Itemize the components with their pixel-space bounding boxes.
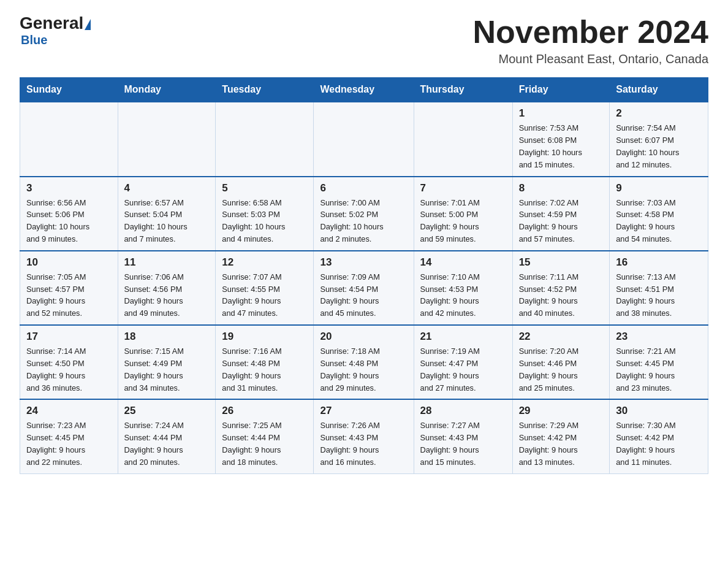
day-info: Sunrise: 7:15 AM Sunset: 4:49 PM Dayligh… xyxy=(124,345,210,394)
calendar-cell: 20Sunrise: 7:18 AM Sunset: 4:48 PM Dayli… xyxy=(314,325,414,399)
day-of-week-saturday: Saturday xyxy=(610,78,708,102)
day-info: Sunrise: 7:06 AM Sunset: 4:56 PM Dayligh… xyxy=(124,271,210,320)
calendar-cell: 13Sunrise: 7:09 AM Sunset: 4:54 PM Dayli… xyxy=(314,251,414,325)
day-number: 29 xyxy=(519,405,604,417)
calendar-cell: 30Sunrise: 7:30 AM Sunset: 4:42 PM Dayli… xyxy=(610,399,708,473)
calendar-cell: 8Sunrise: 7:02 AM Sunset: 4:59 PM Daylig… xyxy=(512,177,610,251)
day-of-week-sunday: Sunday xyxy=(20,78,118,102)
day-info: Sunrise: 7:05 AM Sunset: 4:57 PM Dayligh… xyxy=(26,271,112,320)
week-row-3: 10Sunrise: 7:05 AM Sunset: 4:57 PM Dayli… xyxy=(20,251,708,325)
day-number: 1 xyxy=(519,107,604,120)
day-number: 16 xyxy=(616,256,702,269)
calendar-cell: 26Sunrise: 7:25 AM Sunset: 4:44 PM Dayli… xyxy=(216,399,314,473)
header: General Blue November 2024 Mount Pleasan… xyxy=(20,15,708,66)
day-info: Sunrise: 7:20 AM Sunset: 4:46 PM Dayligh… xyxy=(519,345,604,394)
day-number: 12 xyxy=(222,256,307,269)
day-info: Sunrise: 7:53 AM Sunset: 6:08 PM Dayligh… xyxy=(519,122,604,170)
day-number: 30 xyxy=(616,405,702,417)
day-info: Sunrise: 7:27 AM Sunset: 4:43 PM Dayligh… xyxy=(420,419,506,468)
day-info: Sunrise: 6:57 AM Sunset: 5:04 PM Dayligh… xyxy=(124,197,210,245)
day-number: 6 xyxy=(320,182,407,194)
day-info: Sunrise: 7:23 AM Sunset: 4:45 PM Dayligh… xyxy=(26,419,112,468)
day-number: 24 xyxy=(26,405,112,417)
calendar-body: 1Sunrise: 7:53 AM Sunset: 6:08 PM Daylig… xyxy=(20,102,708,473)
day-info: Sunrise: 7:00 AM Sunset: 5:02 PM Dayligh… xyxy=(320,197,407,245)
calendar-cell: 12Sunrise: 7:07 AM Sunset: 4:55 PM Dayli… xyxy=(216,251,314,325)
calendar-cell: 10Sunrise: 7:05 AM Sunset: 4:57 PM Dayli… xyxy=(20,251,118,325)
day-of-week-friday: Friday xyxy=(512,78,610,102)
day-of-week-thursday: Thursday xyxy=(414,78,512,102)
day-info: Sunrise: 7:25 AM Sunset: 4:44 PM Dayligh… xyxy=(222,419,307,468)
week-row-2: 3Sunrise: 6:56 AM Sunset: 5:06 PM Daylig… xyxy=(20,177,708,251)
calendar-cell: 2Sunrise: 7:54 AM Sunset: 6:07 PM Daylig… xyxy=(610,102,708,176)
calendar-cell xyxy=(216,102,314,176)
calendar-cell: 5Sunrise: 6:58 AM Sunset: 5:03 PM Daylig… xyxy=(216,177,314,251)
day-info: Sunrise: 7:18 AM Sunset: 4:48 PM Dayligh… xyxy=(320,345,407,394)
calendar-cell: 3Sunrise: 6:56 AM Sunset: 5:06 PM Daylig… xyxy=(20,177,118,251)
calendar-cell: 17Sunrise: 7:14 AM Sunset: 4:50 PM Dayli… xyxy=(20,325,118,399)
calendar-cell: 11Sunrise: 7:06 AM Sunset: 4:56 PM Dayli… xyxy=(118,251,216,325)
calendar-cell: 24Sunrise: 7:23 AM Sunset: 4:45 PM Dayli… xyxy=(20,399,118,473)
logo-triangle-icon xyxy=(85,19,91,30)
day-info: Sunrise: 7:09 AM Sunset: 4:54 PM Dayligh… xyxy=(320,271,407,320)
logo: General Blue xyxy=(20,15,91,47)
day-number: 8 xyxy=(519,182,604,194)
calendar-cell: 28Sunrise: 7:27 AM Sunset: 4:43 PM Dayli… xyxy=(414,399,512,473)
calendar-cell: 15Sunrise: 7:11 AM Sunset: 4:52 PM Dayli… xyxy=(512,251,610,325)
day-number: 17 xyxy=(26,331,112,343)
calendar: SundayMondayTuesdayWednesdayThursdayFrid… xyxy=(20,77,708,474)
day-number: 27 xyxy=(320,405,407,417)
calendar-cell: 27Sunrise: 7:26 AM Sunset: 4:43 PM Dayli… xyxy=(314,399,414,473)
day-number: 21 xyxy=(420,331,506,343)
day-number: 22 xyxy=(519,331,604,343)
day-info: Sunrise: 6:58 AM Sunset: 5:03 PM Dayligh… xyxy=(222,197,307,245)
calendar-header: SundayMondayTuesdayWednesdayThursdayFrid… xyxy=(20,78,708,102)
day-info: Sunrise: 7:11 AM Sunset: 4:52 PM Dayligh… xyxy=(519,271,604,320)
day-number: 11 xyxy=(124,256,210,269)
day-of-week-monday: Monday xyxy=(118,78,216,102)
day-number: 5 xyxy=(222,182,307,194)
day-number: 4 xyxy=(124,182,210,194)
calendar-cell: 7Sunrise: 7:01 AM Sunset: 5:00 PM Daylig… xyxy=(414,177,512,251)
calendar-cell: 29Sunrise: 7:29 AM Sunset: 4:42 PM Dayli… xyxy=(512,399,610,473)
day-number: 14 xyxy=(420,256,506,269)
week-row-1: 1Sunrise: 7:53 AM Sunset: 6:08 PM Daylig… xyxy=(20,102,708,176)
day-info: Sunrise: 7:29 AM Sunset: 4:42 PM Dayligh… xyxy=(519,419,604,468)
day-number: 2 xyxy=(616,107,702,120)
day-number: 26 xyxy=(222,405,307,417)
days-of-week-row: SundayMondayTuesdayWednesdayThursdayFrid… xyxy=(20,78,708,102)
day-number: 9 xyxy=(616,182,702,194)
logo-blue: Blue xyxy=(21,33,47,47)
calendar-cell: 14Sunrise: 7:10 AM Sunset: 4:53 PM Dayli… xyxy=(414,251,512,325)
calendar-cell: 19Sunrise: 7:16 AM Sunset: 4:48 PM Dayli… xyxy=(216,325,314,399)
day-of-week-tuesday: Tuesday xyxy=(216,78,314,102)
calendar-cell: 1Sunrise: 7:53 AM Sunset: 6:08 PM Daylig… xyxy=(512,102,610,176)
calendar-cell: 22Sunrise: 7:20 AM Sunset: 4:46 PM Dayli… xyxy=(512,325,610,399)
day-info: Sunrise: 7:03 AM Sunset: 4:58 PM Dayligh… xyxy=(616,197,702,245)
day-number: 13 xyxy=(320,256,407,269)
day-info: Sunrise: 7:10 AM Sunset: 4:53 PM Dayligh… xyxy=(420,271,506,320)
calendar-cell: 23Sunrise: 7:21 AM Sunset: 4:45 PM Dayli… xyxy=(610,325,708,399)
calendar-cell: 21Sunrise: 7:19 AM Sunset: 4:47 PM Dayli… xyxy=(414,325,512,399)
day-info: Sunrise: 7:21 AM Sunset: 4:45 PM Dayligh… xyxy=(616,345,702,394)
day-info: Sunrise: 7:16 AM Sunset: 4:48 PM Dayligh… xyxy=(222,345,307,394)
calendar-cell: 4Sunrise: 6:57 AM Sunset: 5:04 PM Daylig… xyxy=(118,177,216,251)
month-title: November 2024 xyxy=(473,15,708,50)
day-of-week-wednesday: Wednesday xyxy=(314,78,414,102)
day-info: Sunrise: 7:19 AM Sunset: 4:47 PM Dayligh… xyxy=(420,345,506,394)
title-area: November 2024 Mount Pleasant East, Ontar… xyxy=(473,15,708,66)
calendar-cell: 16Sunrise: 7:13 AM Sunset: 4:51 PM Dayli… xyxy=(610,251,708,325)
day-number: 10 xyxy=(26,256,112,269)
calendar-cell xyxy=(20,102,118,176)
logo-general: General xyxy=(20,15,91,32)
calendar-cell: 25Sunrise: 7:24 AM Sunset: 4:44 PM Dayli… xyxy=(118,399,216,473)
day-number: 23 xyxy=(616,331,702,343)
day-info: Sunrise: 6:56 AM Sunset: 5:06 PM Dayligh… xyxy=(26,197,112,245)
day-number: 3 xyxy=(26,182,112,194)
day-info: Sunrise: 7:01 AM Sunset: 5:00 PM Dayligh… xyxy=(420,197,506,245)
day-info: Sunrise: 7:26 AM Sunset: 4:43 PM Dayligh… xyxy=(320,419,407,468)
day-info: Sunrise: 7:54 AM Sunset: 6:07 PM Dayligh… xyxy=(616,122,702,170)
day-info: Sunrise: 7:30 AM Sunset: 4:42 PM Dayligh… xyxy=(616,419,702,468)
day-number: 25 xyxy=(124,405,210,417)
day-info: Sunrise: 7:14 AM Sunset: 4:50 PM Dayligh… xyxy=(26,345,112,394)
